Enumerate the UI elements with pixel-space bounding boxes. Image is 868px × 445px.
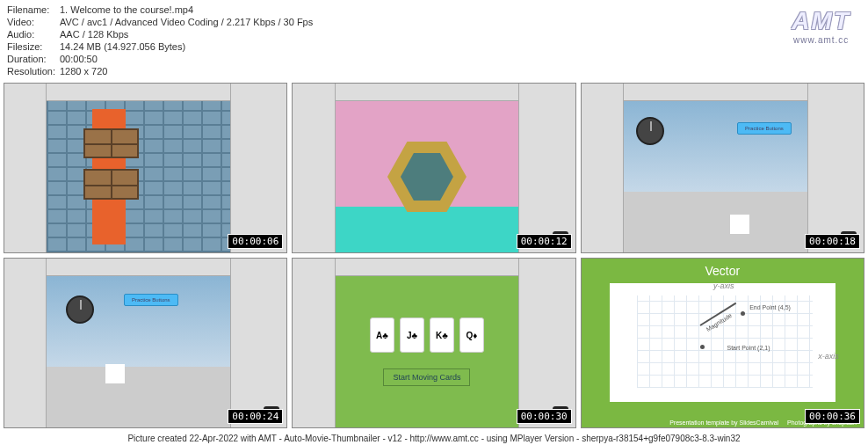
duration-value: 00:00:50 xyxy=(60,53,98,65)
filesize-value: 14.24 MB (14.927.056 Bytes) xyxy=(60,40,185,53)
timestamp: 00:00:06 xyxy=(228,234,283,249)
practice-button[interactable]: Practice Buttons xyxy=(737,122,792,135)
timestamp: 00:00:30 xyxy=(517,409,572,424)
crate-icon xyxy=(83,128,139,158)
unity-inspector-panel xyxy=(518,84,575,252)
playing-card: J♣ xyxy=(400,317,424,353)
clock-icon xyxy=(66,295,94,324)
vector-title: Vector xyxy=(582,259,864,283)
cards-row: A♣ J♣ K♣ Q♦ xyxy=(370,317,484,353)
unity-inspector-panel xyxy=(518,259,575,427)
audio-label: Audio: xyxy=(7,28,60,40)
unity-hierarchy-panel xyxy=(4,84,47,252)
unity-toolbar xyxy=(336,84,519,101)
page-footer: Picture created 22-Apr-2022 with AMT - A… xyxy=(4,434,864,443)
timestamp: 00:00:12 xyxy=(517,234,572,249)
hexagon-shape xyxy=(387,142,467,212)
end-point-label: End Point (4,5) xyxy=(749,304,791,310)
thumbnail-grid: 00:00:06 00:00:12 xyxy=(0,81,868,430)
filesize-label: Filesize: xyxy=(7,40,60,53)
unity-hierarchy-panel xyxy=(582,84,624,252)
unity-toolbar xyxy=(624,84,807,101)
thumbnail-1: 00:00:06 xyxy=(4,83,287,253)
start-point-label: Start Point (2,1) xyxy=(727,345,770,351)
unity-hierarchy-panel xyxy=(293,259,335,427)
timestamp: 00:00:36 xyxy=(805,409,860,424)
resolution-value: 1280 x 720 xyxy=(60,65,107,77)
hexagon-inner xyxy=(401,153,453,201)
footer-left: Presentation template by SlidesCarnival xyxy=(669,419,778,426)
unity-hierarchy-panel xyxy=(4,259,47,427)
y-axis-label: y-axis xyxy=(713,281,734,290)
unity-inspector-panel xyxy=(807,84,864,252)
resolution-label: Resolution: xyxy=(7,65,60,77)
unity-scene-cards: A♣ J♣ K♣ Q♦ Start Moving Cards xyxy=(336,276,519,427)
unity-toolbar xyxy=(47,84,230,101)
unity-scene-hexagon xyxy=(336,101,519,252)
crate-icon xyxy=(83,169,139,199)
unity-inspector-panel xyxy=(230,84,286,252)
thumbnail-2: 00:00:12 xyxy=(292,83,575,253)
playing-card: K♣ xyxy=(430,317,454,353)
thumbnail-6: Vector y-axis x-axis End Point (4,5) Sta… xyxy=(581,258,864,428)
logo-text: AMT xyxy=(792,7,850,35)
video-label: Video: xyxy=(7,16,60,28)
playing-card: A♣ xyxy=(370,317,394,353)
duration-label: Duration: xyxy=(7,53,60,65)
unity-toolbar xyxy=(336,259,519,276)
metadata-header: Filename: 1. Welcome to the course!.mp4 … xyxy=(0,0,868,81)
amt-logo: AMT www.amt.cc xyxy=(792,7,850,45)
thumbnail-3: Practice Buttons 00:00:18 xyxy=(581,83,864,253)
timestamp: 00:00:18 xyxy=(805,234,860,249)
clock-icon xyxy=(636,117,664,145)
unity-scene-clock: Practice Buttons xyxy=(624,101,807,252)
filename-value: 1. Welcome to the course!.mp4 xyxy=(60,4,193,16)
audio-value: AAC / 128 Kbps xyxy=(60,28,128,40)
video-value: AVC / avc1 / Advanced Video Coding / 2.2… xyxy=(60,16,313,28)
timestamp: 00:00:24 xyxy=(228,409,283,424)
x-axis-label: x-axis xyxy=(818,352,839,361)
unity-scene-bricks xyxy=(47,101,230,252)
thumbnail-4: Practice Buttons 00:00:24 xyxy=(4,258,287,428)
vector-chart: y-axis x-axis End Point (4,5) Start Poin… xyxy=(610,283,835,402)
thumbnail-5: A♣ J♣ K♣ Q♦ Start Moving Cards 00:00:30 xyxy=(292,258,575,428)
unity-inspector-panel xyxy=(230,259,286,427)
white-cube xyxy=(105,364,125,383)
playing-card: Q♦ xyxy=(459,317,484,353)
practice-button[interactable]: Practice Buttons xyxy=(124,294,178,306)
start-point-icon xyxy=(700,345,705,349)
logo-url: www.amt.cc xyxy=(792,35,850,45)
white-cube xyxy=(730,215,749,234)
filename-label: Filename: xyxy=(7,4,60,16)
unity-scene-clock-2: Practice Buttons xyxy=(47,276,230,427)
start-moving-cards-button[interactable]: Start Moving Cards xyxy=(383,368,470,386)
unity-toolbar xyxy=(47,259,230,276)
unity-hierarchy-panel xyxy=(293,84,335,252)
